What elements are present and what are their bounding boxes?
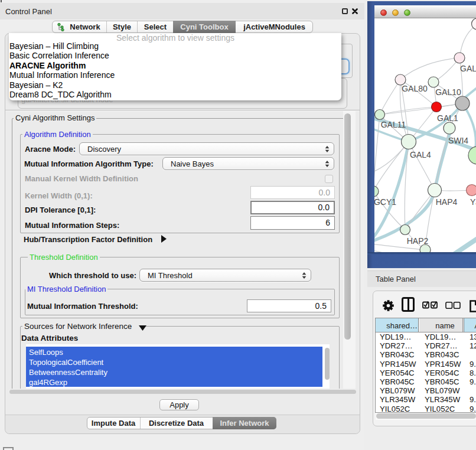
svg-text:SWI4: SWI4: [448, 136, 468, 145]
svg-text:GAL10: GAL10: [435, 87, 461, 97]
svg-text:GAL1: GAL1: [437, 113, 458, 123]
svg-text:GCY1: GCY1: [374, 197, 396, 207]
svg-text:HAP4: HAP4: [436, 197, 458, 207]
svg-text:GAL4: GAL4: [410, 150, 431, 159]
svg-text:GAL11: GAL11: [381, 120, 406, 129]
svg-text:GAL80: GAL80: [402, 84, 428, 93]
svg-text:GAL7: GAL7: [460, 64, 476, 73]
svg-text:HAP2: HAP2: [407, 236, 429, 246]
svg-text:YJL: YJL: [470, 197, 476, 207]
